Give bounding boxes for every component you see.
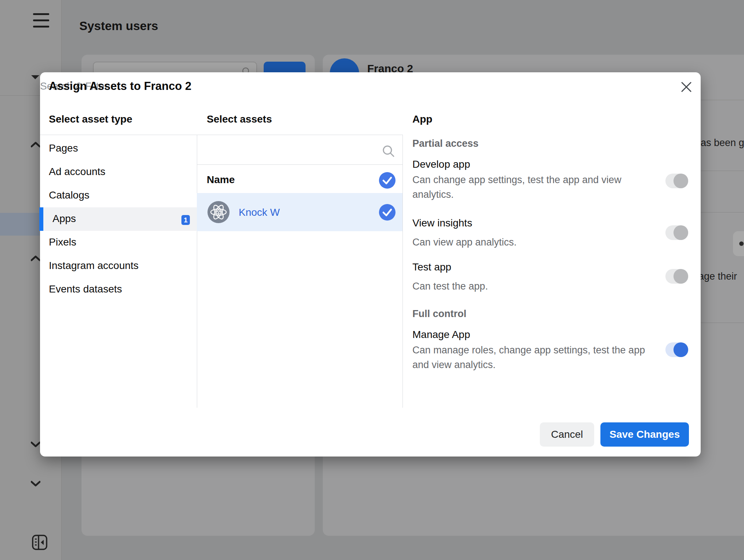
asset-type-ad-accounts[interactable]: Ad accounts <box>49 160 188 183</box>
caret-down-icon[interactable] <box>31 74 40 81</box>
selected-type-indicator <box>39 207 43 231</box>
view-insights-toggle[interactable] <box>665 225 688 240</box>
check-circle-icon[interactable] <box>379 172 396 189</box>
close-icon[interactable] <box>681 82 692 93</box>
section-heading-partial-access: Partial access <box>412 138 478 149</box>
section-heading-full-control: Full control <box>412 308 466 320</box>
dialog-title: Assign Assets to Franco 2 <box>49 80 191 93</box>
backdrop-divider <box>701 100 744 100</box>
chevron-down-icon[interactable] <box>31 441 40 449</box>
permission-description: Can view app analytics. <box>412 235 517 250</box>
backdrop-clipped-text: age their <box>698 271 737 282</box>
toggle-knob <box>673 342 688 357</box>
hamburger-menu-icon[interactable] <box>33 13 49 32</box>
permission-title-view-insights: View insights <box>412 217 472 229</box>
page-title: System users <box>79 19 158 33</box>
asset-type-apps[interactable]: Apps <box>53 207 192 230</box>
manage-app-toggle[interactable] <box>665 342 688 357</box>
cancel-button[interactable]: Cancel <box>540 422 594 447</box>
permission-title-manage-app: Manage App <box>412 329 470 341</box>
chevron-down-icon[interactable] <box>31 481 40 488</box>
screen: System users Franco 2 as been gr age the… <box>0 0 744 560</box>
save-changes-button[interactable]: Save Changes <box>600 422 689 447</box>
apps-count-badge: 1 <box>181 215 190 225</box>
chevron-up-icon[interactable] <box>31 142 40 149</box>
toggle-knob <box>673 269 688 284</box>
permission-description: Can change app settings, test the app an… <box>412 172 621 202</box>
assets-panel-header: Select assets <box>207 113 272 125</box>
permission-description: Can test the app. <box>412 279 488 294</box>
asset-type-pixels[interactable]: Pixels <box>49 230 188 254</box>
permission-title-develop-app: Develop app <box>412 159 470 170</box>
backdrop-divider <box>701 323 744 323</box>
column-divider <box>197 135 197 408</box>
header-divider <box>40 135 402 135</box>
permission-description: Can manage roles, change app settings, t… <box>412 343 645 372</box>
asset-type-catalogs[interactable]: Catalogs <box>49 183 188 207</box>
assets-column-header: Name <box>207 174 235 186</box>
chevron-up-icon[interactable] <box>31 255 40 263</box>
toggle-knob <box>673 174 688 188</box>
atom-app-icon <box>207 201 230 225</box>
search-divider <box>197 164 402 165</box>
asset-name: Knock W <box>239 207 280 218</box>
check-circle-icon[interactable] <box>379 204 396 221</box>
column-divider <box>402 135 403 408</box>
asset-type-panel-header: Select asset type <box>49 113 132 125</box>
backdrop-divider <box>701 212 744 212</box>
collapse-sidebar-icon[interactable] <box>32 534 48 552</box>
asset-type-events-datasets[interactable]: Events datasets <box>49 277 188 301</box>
toggle-knob <box>673 225 688 240</box>
permission-title-test-app: Test app <box>412 261 451 273</box>
asset-type-instagram-accounts[interactable]: Instagram accounts <box>49 254 188 277</box>
asset-type-pages[interactable]: Pages <box>49 137 188 160</box>
backdrop-divider <box>701 171 744 171</box>
test-app-toggle[interactable] <box>665 269 688 284</box>
backdrop-clipped-text: as been gr <box>701 137 744 149</box>
develop-app-toggle[interactable] <box>665 174 688 188</box>
search-icon <box>382 145 395 157</box>
permissions-panel-header: App <box>412 113 432 125</box>
ellipsis-icon <box>739 241 744 246</box>
assign-assets-dialog: Assign Assets to Franco 2 Select asset t… <box>40 72 701 457</box>
backdrop-more-button[interactable] <box>733 231 744 256</box>
